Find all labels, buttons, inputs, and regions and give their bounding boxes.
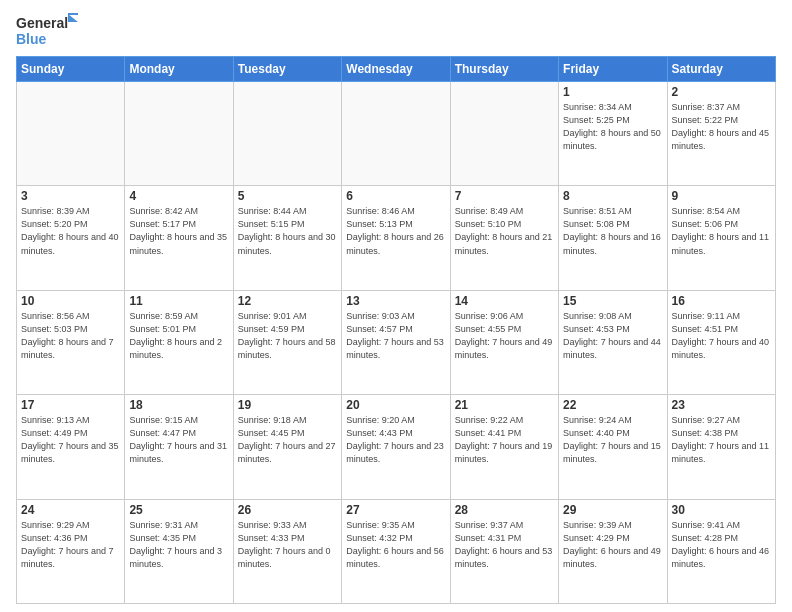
- day-number: 14: [455, 294, 554, 308]
- day-number: 2: [672, 85, 771, 99]
- day-number: 22: [563, 398, 662, 412]
- day-number: 13: [346, 294, 445, 308]
- day-info: Sunrise: 9:03 AM Sunset: 4:57 PM Dayligh…: [346, 310, 445, 362]
- week-row-3: 10Sunrise: 8:56 AM Sunset: 5:03 PM Dayli…: [17, 290, 776, 394]
- day-info: Sunrise: 9:41 AM Sunset: 4:28 PM Dayligh…: [672, 519, 771, 571]
- day-cell: [125, 82, 233, 186]
- day-info: Sunrise: 8:34 AM Sunset: 5:25 PM Dayligh…: [563, 101, 662, 153]
- day-info: Sunrise: 9:08 AM Sunset: 4:53 PM Dayligh…: [563, 310, 662, 362]
- day-cell: 3Sunrise: 8:39 AM Sunset: 5:20 PM Daylig…: [17, 186, 125, 290]
- day-cell: 6Sunrise: 8:46 AM Sunset: 5:13 PM Daylig…: [342, 186, 450, 290]
- day-info: Sunrise: 8:39 AM Sunset: 5:20 PM Dayligh…: [21, 205, 120, 257]
- day-number: 6: [346, 189, 445, 203]
- day-info: Sunrise: 8:37 AM Sunset: 5:22 PM Dayligh…: [672, 101, 771, 153]
- week-row-2: 3Sunrise: 8:39 AM Sunset: 5:20 PM Daylig…: [17, 186, 776, 290]
- svg-marker-1: [68, 14, 78, 22]
- day-cell: 11Sunrise: 8:59 AM Sunset: 5:01 PM Dayli…: [125, 290, 233, 394]
- day-info: Sunrise: 9:11 AM Sunset: 4:51 PM Dayligh…: [672, 310, 771, 362]
- day-info: Sunrise: 8:54 AM Sunset: 5:06 PM Dayligh…: [672, 205, 771, 257]
- col-header-sunday: Sunday: [17, 57, 125, 82]
- day-number: 5: [238, 189, 337, 203]
- day-cell: 13Sunrise: 9:03 AM Sunset: 4:57 PM Dayli…: [342, 290, 450, 394]
- day-info: Sunrise: 9:15 AM Sunset: 4:47 PM Dayligh…: [129, 414, 228, 466]
- day-info: Sunrise: 9:33 AM Sunset: 4:33 PM Dayligh…: [238, 519, 337, 571]
- day-info: Sunrise: 9:37 AM Sunset: 4:31 PM Dayligh…: [455, 519, 554, 571]
- day-number: 29: [563, 503, 662, 517]
- day-cell: 26Sunrise: 9:33 AM Sunset: 4:33 PM Dayli…: [233, 499, 341, 603]
- col-header-thursday: Thursday: [450, 57, 558, 82]
- calendar: SundayMondayTuesdayWednesdayThursdayFrid…: [16, 56, 776, 604]
- day-cell: 25Sunrise: 9:31 AM Sunset: 4:35 PM Dayli…: [125, 499, 233, 603]
- week-row-5: 24Sunrise: 9:29 AM Sunset: 4:36 PM Dayli…: [17, 499, 776, 603]
- day-cell: 29Sunrise: 9:39 AM Sunset: 4:29 PM Dayli…: [559, 499, 667, 603]
- day-number: 30: [672, 503, 771, 517]
- day-cell: [17, 82, 125, 186]
- day-number: 1: [563, 85, 662, 99]
- day-info: Sunrise: 8:59 AM Sunset: 5:01 PM Dayligh…: [129, 310, 228, 362]
- day-cell: [450, 82, 558, 186]
- day-number: 7: [455, 189, 554, 203]
- col-header-tuesday: Tuesday: [233, 57, 341, 82]
- day-cell: 14Sunrise: 9:06 AM Sunset: 4:55 PM Dayli…: [450, 290, 558, 394]
- day-cell: 15Sunrise: 9:08 AM Sunset: 4:53 PM Dayli…: [559, 290, 667, 394]
- day-number: 18: [129, 398, 228, 412]
- day-number: 23: [672, 398, 771, 412]
- day-number: 10: [21, 294, 120, 308]
- day-number: 11: [129, 294, 228, 308]
- day-info: Sunrise: 9:24 AM Sunset: 4:40 PM Dayligh…: [563, 414, 662, 466]
- day-number: 12: [238, 294, 337, 308]
- page-header: GeneralBlue: [16, 12, 776, 48]
- day-cell: 1Sunrise: 8:34 AM Sunset: 5:25 PM Daylig…: [559, 82, 667, 186]
- day-cell: [342, 82, 450, 186]
- calendar-header-row: SundayMondayTuesdayWednesdayThursdayFrid…: [17, 57, 776, 82]
- day-cell: 9Sunrise: 8:54 AM Sunset: 5:06 PM Daylig…: [667, 186, 775, 290]
- svg-text:General: General: [16, 15, 68, 31]
- day-number: 9: [672, 189, 771, 203]
- day-cell: 22Sunrise: 9:24 AM Sunset: 4:40 PM Dayli…: [559, 395, 667, 499]
- day-cell: 10Sunrise: 8:56 AM Sunset: 5:03 PM Dayli…: [17, 290, 125, 394]
- day-cell: 21Sunrise: 9:22 AM Sunset: 4:41 PM Dayli…: [450, 395, 558, 499]
- day-cell: 19Sunrise: 9:18 AM Sunset: 4:45 PM Dayli…: [233, 395, 341, 499]
- col-header-monday: Monday: [125, 57, 233, 82]
- day-cell: 17Sunrise: 9:13 AM Sunset: 4:49 PM Dayli…: [17, 395, 125, 499]
- day-cell: 27Sunrise: 9:35 AM Sunset: 4:32 PM Dayli…: [342, 499, 450, 603]
- day-cell: [233, 82, 341, 186]
- day-number: 15: [563, 294, 662, 308]
- day-info: Sunrise: 9:01 AM Sunset: 4:59 PM Dayligh…: [238, 310, 337, 362]
- day-cell: 7Sunrise: 8:49 AM Sunset: 5:10 PM Daylig…: [450, 186, 558, 290]
- week-row-4: 17Sunrise: 9:13 AM Sunset: 4:49 PM Dayli…: [17, 395, 776, 499]
- day-cell: 30Sunrise: 9:41 AM Sunset: 4:28 PM Dayli…: [667, 499, 775, 603]
- week-row-1: 1Sunrise: 8:34 AM Sunset: 5:25 PM Daylig…: [17, 82, 776, 186]
- day-number: 27: [346, 503, 445, 517]
- day-number: 16: [672, 294, 771, 308]
- day-cell: 24Sunrise: 9:29 AM Sunset: 4:36 PM Dayli…: [17, 499, 125, 603]
- day-cell: 18Sunrise: 9:15 AM Sunset: 4:47 PM Dayli…: [125, 395, 233, 499]
- day-info: Sunrise: 9:18 AM Sunset: 4:45 PM Dayligh…: [238, 414, 337, 466]
- day-number: 17: [21, 398, 120, 412]
- day-info: Sunrise: 9:31 AM Sunset: 4:35 PM Dayligh…: [129, 519, 228, 571]
- calendar-table: SundayMondayTuesdayWednesdayThursdayFrid…: [16, 56, 776, 604]
- day-number: 20: [346, 398, 445, 412]
- day-number: 8: [563, 189, 662, 203]
- logo-svg: GeneralBlue: [16, 12, 86, 48]
- logo: GeneralBlue: [16, 12, 86, 48]
- day-number: 25: [129, 503, 228, 517]
- day-number: 26: [238, 503, 337, 517]
- day-info: Sunrise: 9:39 AM Sunset: 4:29 PM Dayligh…: [563, 519, 662, 571]
- day-number: 3: [21, 189, 120, 203]
- col-header-wednesday: Wednesday: [342, 57, 450, 82]
- day-info: Sunrise: 9:22 AM Sunset: 4:41 PM Dayligh…: [455, 414, 554, 466]
- col-header-friday: Friday: [559, 57, 667, 82]
- day-number: 21: [455, 398, 554, 412]
- day-cell: 23Sunrise: 9:27 AM Sunset: 4:38 PM Dayli…: [667, 395, 775, 499]
- day-info: Sunrise: 8:49 AM Sunset: 5:10 PM Dayligh…: [455, 205, 554, 257]
- day-info: Sunrise: 9:06 AM Sunset: 4:55 PM Dayligh…: [455, 310, 554, 362]
- day-cell: 28Sunrise: 9:37 AM Sunset: 4:31 PM Dayli…: [450, 499, 558, 603]
- day-info: Sunrise: 8:42 AM Sunset: 5:17 PM Dayligh…: [129, 205, 228, 257]
- day-number: 24: [21, 503, 120, 517]
- day-info: Sunrise: 9:35 AM Sunset: 4:32 PM Dayligh…: [346, 519, 445, 571]
- day-cell: 12Sunrise: 9:01 AM Sunset: 4:59 PM Dayli…: [233, 290, 341, 394]
- day-number: 4: [129, 189, 228, 203]
- day-info: Sunrise: 8:51 AM Sunset: 5:08 PM Dayligh…: [563, 205, 662, 257]
- day-info: Sunrise: 9:13 AM Sunset: 4:49 PM Dayligh…: [21, 414, 120, 466]
